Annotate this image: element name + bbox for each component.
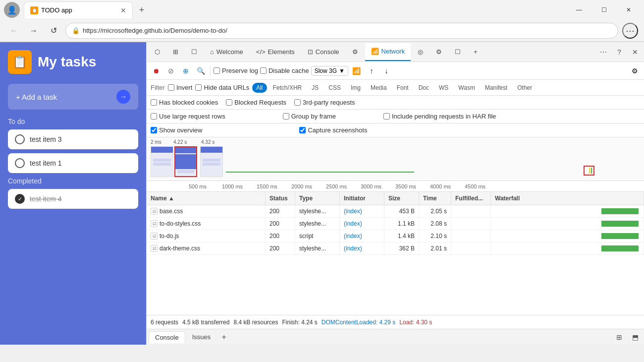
filter-chip-ws[interactable]: WS xyxy=(435,83,452,93)
clear-button[interactable]: ⊘ xyxy=(164,64,177,77)
hide-data-urls-checkbox-label[interactable]: Hide data URLs xyxy=(195,84,249,91)
devtools-tab-console[interactable]: ⊡ Console xyxy=(302,43,345,61)
bottom-tab-console[interactable]: Console xyxy=(149,331,185,343)
hide-data-urls-checkbox[interactable] xyxy=(195,84,202,91)
devtools-tab-add[interactable]: + xyxy=(468,43,483,61)
td-initiator-1[interactable]: (index) xyxy=(340,205,384,217)
screenshot-thumb-2[interactable] xyxy=(174,146,197,177)
task-checkbox-3[interactable]: ✓ xyxy=(15,194,25,204)
browser-more-button[interactable]: ⋯ xyxy=(622,23,638,39)
filter-chip-media[interactable]: Media xyxy=(367,83,391,93)
capture-screenshots-label[interactable]: Capture screenshots xyxy=(299,126,367,134)
devtools-help-button[interactable]: ? xyxy=(612,45,626,59)
dock-button[interactable]: ⬒ xyxy=(628,330,642,344)
devtools-tab-inspect[interactable]: ⊞ xyxy=(167,43,184,61)
forward-button[interactable]: → xyxy=(26,23,42,39)
th-type[interactable]: Type xyxy=(295,192,340,205)
table-row[interactable]: ☑ to-do.js 200 script (index) 1.4 kB 2.1… xyxy=(147,230,644,242)
devtools-tab-sources[interactable]: ⚙ xyxy=(346,43,364,61)
table-row[interactable]: ☑ to-do-styles.css 200 styleshe... (inde… xyxy=(147,218,644,230)
th-time[interactable]: Time xyxy=(419,192,451,205)
devtools-tab-performance[interactable]: ◎ xyxy=(412,43,429,61)
devtools-tab-settings-gear[interactable]: ⚙ xyxy=(430,43,448,61)
minimize-button[interactable]: — xyxy=(568,2,590,18)
devtools-tab-welcome[interactable]: ⌂ Welcome xyxy=(204,43,249,61)
table-row[interactable]: ☑ base.css 200 styleshe... (index) 453 B… xyxy=(147,205,644,218)
blocked-cookies-label[interactable]: Has blocked cookies xyxy=(151,99,218,106)
task-checkbox-1[interactable] xyxy=(15,134,25,144)
task-item[interactable]: test item 1 xyxy=(8,153,138,173)
new-tab-button[interactable]: + xyxy=(135,3,149,17)
screenshot-thumb-1[interactable] xyxy=(151,146,173,177)
filter-chip-other[interactable]: Other xyxy=(513,83,536,93)
completed-task-item[interactable]: ✓ test item 4 xyxy=(8,189,138,209)
filter-chip-css[interactable]: CSS xyxy=(324,83,345,93)
blocked-requests-checkbox[interactable] xyxy=(226,99,232,106)
task-item[interactable]: test item 3 xyxy=(8,129,138,149)
record-button[interactable]: ⏺ xyxy=(150,64,162,77)
invert-checkbox[interactable] xyxy=(168,84,174,91)
devtools-tab-pointer[interactable]: ⬡ xyxy=(149,43,166,61)
large-rows-label[interactable]: Use large request rows xyxy=(151,113,225,120)
show-overview-label[interactable]: Show overview xyxy=(151,126,202,134)
show-overview-checkbox[interactable] xyxy=(151,127,157,133)
filter-chip-all[interactable]: All xyxy=(252,83,267,93)
th-waterfall[interactable]: Waterfall xyxy=(491,192,644,205)
download-icon[interactable]: ↓ xyxy=(380,64,393,77)
th-initiator[interactable]: Initiator xyxy=(340,192,384,205)
devtools-close-button[interactable]: ✕ xyxy=(628,45,642,59)
filter-chip-img[interactable]: Img xyxy=(347,83,365,93)
add-task-button[interactable]: + Add a task → xyxy=(8,84,138,110)
devtools-tab-elements[interactable]: </> Elements xyxy=(250,43,301,61)
table-row[interactable]: ☑ dark-theme.css 200 styleshe... (index)… xyxy=(147,242,644,255)
filter-chip-manifest[interactable]: Manifest xyxy=(481,83,511,93)
large-rows-checkbox[interactable] xyxy=(151,113,157,120)
filter-chip-font[interactable]: Font xyxy=(393,83,413,93)
pop-out-button[interactable]: ⊞ xyxy=(612,330,626,344)
disable-cache-checkbox[interactable] xyxy=(260,67,267,74)
filter-chip-wasm[interactable]: Wasm xyxy=(454,83,479,93)
profile-icon[interactable]: 👤 xyxy=(4,2,20,18)
include-pending-checkbox[interactable] xyxy=(383,113,390,120)
devtools-tab-layers[interactable]: ☐ xyxy=(449,43,467,61)
bottom-add-tab-button[interactable]: + xyxy=(217,331,230,344)
search-button[interactable]: 🔍 xyxy=(194,64,207,77)
refresh-button[interactable]: ↺ xyxy=(46,23,61,39)
invert-checkbox-label[interactable]: Invert xyxy=(168,84,193,91)
td-initiator-3[interactable]: (index) xyxy=(340,230,384,242)
network-settings-button[interactable]: ⚙ xyxy=(628,64,641,77)
devtools-more-button[interactable]: ⋯ xyxy=(596,45,610,59)
tab-close-button[interactable]: ✕ xyxy=(120,6,126,14)
th-size[interactable]: Size xyxy=(384,192,419,205)
capture-screenshots-checkbox[interactable] xyxy=(299,127,306,133)
filter-toggle-button[interactable]: ⊕ xyxy=(179,64,192,77)
filter-chip-doc[interactable]: Doc xyxy=(415,83,433,93)
blocked-cookies-checkbox[interactable] xyxy=(151,99,157,106)
throttle-select[interactable]: Slow 3G ▼ xyxy=(311,66,348,76)
th-status[interactable]: Status xyxy=(266,192,295,205)
th-fulfilled[interactable]: Fulfilled... xyxy=(451,192,491,205)
close-button[interactable]: ✕ xyxy=(617,2,640,18)
back-button[interactable]: ← xyxy=(6,23,22,39)
wifi-icon[interactable]: 📶 xyxy=(350,64,363,77)
td-initiator-2[interactable]: (index) xyxy=(340,218,384,230)
preserve-log-checkbox-label[interactable]: Preserve log xyxy=(214,67,258,74)
preserve-log-checkbox[interactable] xyxy=(214,67,220,74)
upload-icon[interactable]: ↑ xyxy=(365,64,378,77)
devtools-tab-network[interactable]: 📶 Network xyxy=(365,43,411,61)
third-party-label[interactable]: 3rd-party requests xyxy=(294,99,355,106)
maximize-button[interactable]: ☐ xyxy=(592,2,615,18)
task-checkbox-2[interactable] xyxy=(15,158,25,168)
group-by-frame-checkbox[interactable] xyxy=(283,113,289,120)
filter-chip-fetch[interactable]: Fetch/XHR xyxy=(269,83,306,93)
filter-chip-js[interactable]: JS xyxy=(308,83,322,93)
disable-cache-checkbox-label[interactable]: Disable cache xyxy=(260,67,309,74)
include-pending-label[interactable]: Include pending requests in HAR file xyxy=(383,113,496,120)
devtools-tab-device[interactable]: ☐ xyxy=(185,43,203,61)
screenshot-thumb-3[interactable] xyxy=(200,146,223,177)
th-name[interactable]: Name ▲ xyxy=(147,192,266,205)
url-bar[interactable]: 🔒 https://microsoftedge.github.io/Demos/… xyxy=(65,23,618,39)
browser-tab[interactable]: 📋 TODO app ✕ xyxy=(24,1,133,18)
group-by-frame-label[interactable]: Group by frame xyxy=(283,113,336,120)
bottom-tab-issues[interactable]: Issues xyxy=(186,331,217,343)
